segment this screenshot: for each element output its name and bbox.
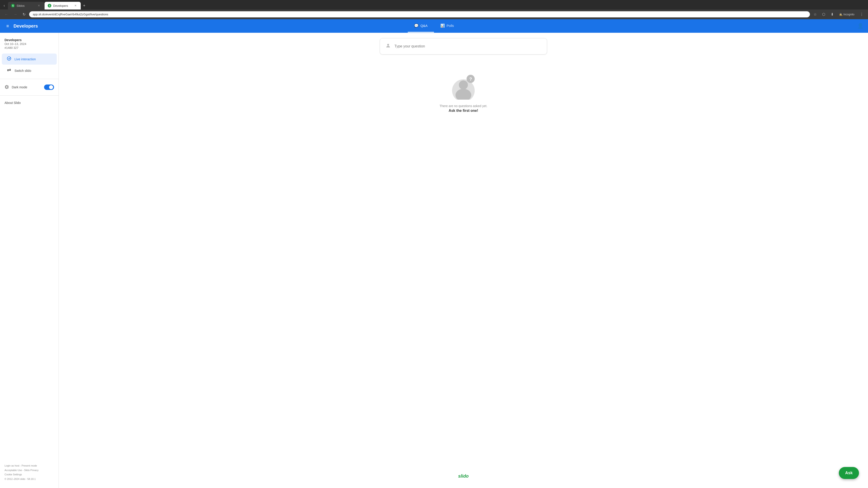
footer-slido-privacy[interactable]: Slido Privacy (24, 469, 39, 471)
empty-state-illustration: ? (447, 72, 479, 100)
tab-favicon-developers: S (48, 4, 51, 7)
dark-mode-label: Dark mode (12, 86, 27, 89)
footer-links-row1: Login as host - Present mode (4, 464, 54, 468)
tab-close-slidos[interactable]: ✕ (37, 4, 41, 8)
nav-label-polls: Polls (447, 24, 454, 28)
footer-present-mode[interactable]: Present mode (22, 464, 37, 467)
sidebar-item-live-interaction-label: Live interaction (14, 57, 36, 61)
footer-acceptable-use[interactable]: Acceptable Use (4, 469, 22, 471)
app-header: ≡ Developers 💬 Q&A 📊 Polls 👤 (0, 19, 868, 33)
nav-label-qa: Q&A (421, 24, 428, 28)
sidebar-divider-2 (0, 95, 59, 96)
svg-point-4 (459, 80, 468, 90)
nav-item-polls[interactable]: 📊 Polls (434, 20, 460, 33)
header-user-button[interactable]: 👤 (857, 23, 864, 29)
question-input-container[interactable] (380, 38, 547, 55)
header-title: Developers (13, 24, 38, 29)
input-avatar-icon (385, 43, 391, 50)
sidebar-nav: Live interaction Switch slido (0, 53, 59, 460)
dark-mode-toggle[interactable] (44, 85, 54, 90)
svg-point-2 (387, 44, 389, 46)
svg-text:?: ? (469, 76, 472, 82)
sidebar-event-date: Oct 10–13, 2024 (4, 42, 54, 46)
extensions-button[interactable]: ⬡ (820, 11, 827, 18)
ask-fab-button[interactable]: Ask (839, 467, 859, 479)
tab-scroll-left[interactable]: ‹ (2, 3, 6, 8)
qa-icon: 💬 (414, 24, 418, 28)
browser-tab-slidos[interactable]: S Slidos ✕ (8, 2, 44, 9)
dark-mode-icon (4, 85, 9, 90)
sidebar-dark-mode[interactable]: Dark mode (0, 82, 59, 93)
tab-close-developers[interactable]: ✕ (73, 4, 78, 8)
svg-point-0 (7, 57, 11, 60)
tab-title-slidos: Slidos (17, 4, 35, 7)
footer-cookie-settings: Cookie Settings (4, 473, 54, 477)
sidebar-item-live-interaction[interactable]: Live interaction (2, 54, 57, 65)
sidebar: Developers Oct 10–13, 2024 #1480 327 Liv… (0, 33, 59, 488)
header-menu-button[interactable]: ≡ (4, 22, 11, 31)
incognito-badge: 🕵 Incognito (837, 12, 856, 17)
bookmark-button[interactable]: ☆ (812, 11, 818, 18)
footer-links-row2: Acceptable Use - Slido Privacy (4, 468, 54, 473)
toggle-slider (44, 85, 54, 90)
sidebar-event-info: Developers Oct 10–13, 2024 #1480 327 (0, 36, 59, 53)
new-tab-button[interactable]: + (81, 2, 87, 9)
content-area: ? There are no questions asked yet. Ask … (59, 33, 868, 488)
sidebar-event-name: Developers (4, 38, 54, 42)
incognito-label: Incognito (843, 13, 855, 16)
switch-slido-icon (6, 68, 12, 73)
header-nav: 💬 Q&A 📊 Polls (408, 20, 460, 33)
sidebar-item-switch-slido[interactable]: Switch slido (2, 65, 57, 76)
empty-state: ? There are no questions asked yet. Ask … (439, 72, 487, 113)
browser-chrome: ‹ S Slidos ✕ S Developers ✕ + ← → ↻ ☆ ⬡ … (0, 0, 868, 19)
address-bar[interactable] (29, 11, 810, 18)
live-interaction-icon (6, 56, 12, 62)
empty-state-svg: ? (447, 72, 479, 100)
main-content: Developers Oct 10–13, 2024 #1480 327 Liv… (0, 33, 868, 488)
footer-cookie-link[interactable]: Cookie Settings (4, 473, 22, 476)
browser-tab-developers[interactable]: S Developers ✕ (44, 2, 81, 9)
slido-brand: slido (454, 469, 473, 483)
forward-button[interactable]: → (12, 11, 19, 18)
browser-menu-button[interactable]: ⋮ (858, 11, 865, 18)
back-button[interactable]: ← (3, 11, 10, 18)
footer-sep2: - (23, 469, 24, 471)
download-button[interactable]: ⬇ (829, 11, 835, 18)
empty-state-cta: Ask the first one! (449, 109, 478, 113)
sidebar-footer: Login as host - Present mode Acceptable … (0, 460, 59, 485)
app-container: ≡ Developers 💬 Q&A 📊 Polls 👤 Developers … (0, 19, 868, 488)
footer-copyright: © 2012–2024 slido · 58.18.1 (4, 477, 54, 482)
nav-item-qa[interactable]: 💬 Q&A (408, 20, 434, 33)
footer-login-link[interactable]: Login as host (4, 464, 19, 467)
sidebar-about-label: About Slido (4, 101, 21, 105)
question-input-field[interactable] (395, 44, 541, 48)
empty-state-text: There are no questions asked yet. (439, 104, 487, 108)
toolbar-actions: ☆ ⬡ ⬇ 🕵 Incognito ⋮ (812, 11, 865, 18)
tab-bar: ‹ S Slidos ✕ S Developers ✕ + (0, 0, 868, 9)
polls-icon: 📊 (440, 24, 445, 28)
reload-button[interactable]: ↻ (21, 11, 27, 18)
browser-toolbar: ← → ↻ ☆ ⬡ ⬇ 🕵 Incognito ⋮ (0, 9, 868, 19)
tab-favicon-slidos: S (11, 4, 15, 7)
incognito-icon: 🕵 (839, 13, 842, 16)
sidebar-event-code: #1480 327 (4, 46, 54, 50)
sidebar-divider (0, 79, 59, 79)
sidebar-item-switch-slido-label: Switch slido (14, 69, 31, 72)
tab-title-developers: Developers (53, 4, 72, 7)
sidebar-about[interactable]: About Slido (0, 98, 59, 107)
svg-point-1 (6, 86, 8, 88)
